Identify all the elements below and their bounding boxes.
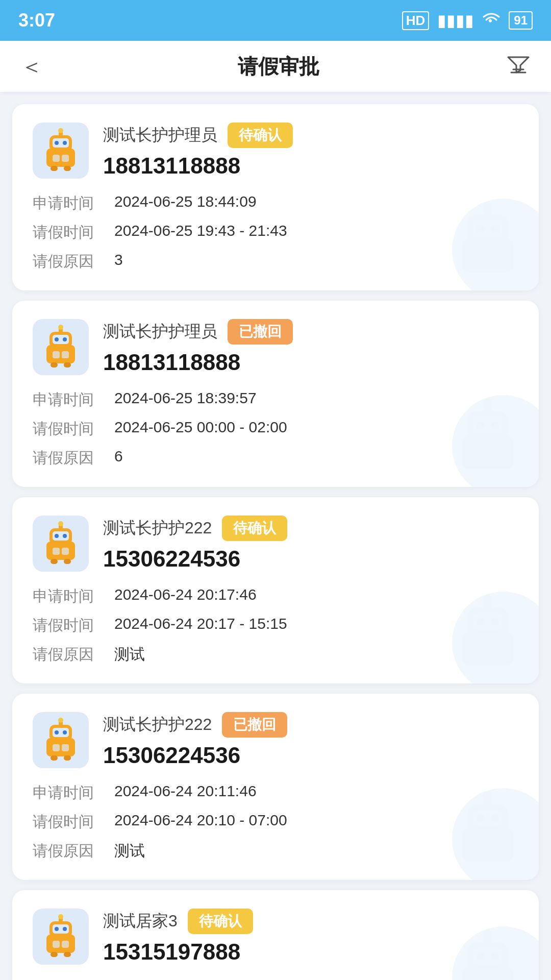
avatar <box>33 319 89 375</box>
name-row: 测试长护护222 待确认 <box>103 516 518 541</box>
status-badge: 待确认 <box>228 122 293 148</box>
svg-point-33 <box>58 325 63 330</box>
apply-time-label: 申请时间 <box>33 586 114 607</box>
card-header-info: 测试长护护理员 待确认 18813118888 <box>103 122 518 179</box>
apply-time-row: 申请时间 2024-06-24 20:11:46 <box>33 782 518 803</box>
leave-card-1[interactable]: 测试长护护理员 待确认 18813118888 申请时间 2024-06-25 … <box>12 104 539 290</box>
reason-value: 3 <box>114 251 518 268</box>
apply-time-label: 申请时间 <box>33 389 114 410</box>
svg-rect-54 <box>51 559 58 564</box>
card-header-info: 测试居家3 待确认 15315197888 <box>103 909 518 965</box>
signal-icon: ▮▮▮▮ <box>437 11 474 30</box>
svg-rect-91 <box>64 952 71 957</box>
leave-time-label: 请假时间 <box>33 222 114 243</box>
nurse-name: 测试长护护理员 <box>103 124 217 146</box>
leave-time-label: 请假时间 <box>33 615 114 636</box>
apply-time-row: 申请时间 2024-06-25 18:39:57 <box>33 389 518 410</box>
svg-rect-17 <box>62 155 69 162</box>
nurse-name: 测试长护护222 <box>103 517 212 540</box>
leave-card-4[interactable]: 测试长护护222 已撤回 15306224536 申请时间 2024-06-24… <box>12 694 539 880</box>
leave-time-label: 请假时间 <box>33 419 114 439</box>
card-header: 测试长护护理员 已撤回 18813118888 <box>33 319 518 375</box>
leave-time-value: 2024-06-24 20:10 - 07:00 <box>114 812 518 829</box>
status-time: 3:07 <box>18 10 55 31</box>
reason-value: 测试 <box>114 644 518 665</box>
avatar <box>33 712 89 768</box>
svg-rect-37 <box>64 362 71 368</box>
name-row: 测试长护护理员 待确认 <box>103 122 518 148</box>
card-header: 测试居家3 待确认 15315197888 <box>33 909 518 965</box>
leave-time-value: 2024-06-25 19:43 - 21:43 <box>114 222 518 239</box>
apply-time-label: 申请时间 <box>33 193 114 214</box>
card-watermark <box>447 398 529 482</box>
svg-point-13 <box>63 141 67 145</box>
svg-point-66 <box>55 730 59 734</box>
card-watermark <box>447 791 529 875</box>
card-header: 测试长护护222 待确认 15306224536 <box>33 516 518 572</box>
svg-rect-19 <box>64 166 71 171</box>
nurse-name: 测试长护护222 <box>103 714 212 736</box>
reason-label: 请假原因 <box>33 251 114 272</box>
svg-point-85 <box>63 927 67 931</box>
leave-card-5[interactable]: 测试居家3 待确认 15315197888 申请时间 2024-06-24 19… <box>12 890 539 980</box>
apply-time-value: 2024-06-25 18:44:09 <box>114 193 518 210</box>
avatar <box>33 909 89 965</box>
svg-rect-16 <box>53 155 60 162</box>
status-badge: 待确认 <box>188 909 253 934</box>
reason-label: 请假原因 <box>33 448 114 469</box>
svg-rect-72 <box>51 755 58 761</box>
svg-rect-36 <box>51 362 58 368</box>
svg-rect-70 <box>53 744 60 751</box>
svg-rect-74 <box>462 967 514 980</box>
card-header-info: 测试长护护理员 已撤回 18813118888 <box>103 319 518 375</box>
filter-button[interactable] <box>506 53 531 80</box>
svg-rect-89 <box>62 941 69 948</box>
leave-time-value: 2024-06-24 20:17 - 15:15 <box>114 615 518 632</box>
reason-value: 6 <box>114 448 518 465</box>
wifi-icon <box>482 11 500 30</box>
battery-icon: 91 <box>509 11 533 30</box>
card-watermark <box>447 595 529 678</box>
svg-rect-88 <box>53 941 60 948</box>
avatar <box>33 122 89 179</box>
svg-rect-73 <box>64 755 71 761</box>
leave-time-row: 请假时间 2024-06-24 20:10 - 07:00 <box>33 812 518 832</box>
svg-point-67 <box>63 730 67 734</box>
name-row: 测试居家3 待确认 <box>103 909 518 934</box>
card-header-info: 测试长护护222 已撤回 15306224536 <box>103 712 518 768</box>
svg-rect-71 <box>62 744 69 751</box>
apply-time-value: 2024-06-24 20:11:46 <box>114 782 518 800</box>
card-header: 测试长护护222 已撤回 15306224536 <box>33 712 518 768</box>
header: ＜ 请假审批 <box>0 41 551 92</box>
svg-point-49 <box>63 534 67 538</box>
svg-point-15 <box>58 128 63 133</box>
leave-list: 测试长护护理员 待确认 18813118888 申请时间 2024-06-25 … <box>0 92 551 980</box>
card-watermark <box>447 202 529 285</box>
phone-number: 15306224536 <box>103 546 240 571</box>
apply-time-row: 申请时间 2024-06-24 20:17:46 <box>33 586 518 607</box>
reason-label: 请假原因 <box>33 644 114 665</box>
leave-time-label: 请假时间 <box>33 812 114 832</box>
name-row: 测试长护护理员 已撤回 <box>103 319 518 345</box>
reason-row: 请假原因 测试 <box>33 841 518 862</box>
reason-value: 测试 <box>114 841 518 862</box>
back-button[interactable]: ＜ <box>20 47 51 86</box>
card-header: 测试长护护理员 待确认 18813118888 <box>33 122 518 179</box>
reason-label: 请假原因 <box>33 841 114 862</box>
leave-card-2[interactable]: 测试长护护理员 已撤回 18813118888 申请时间 2024-06-25 … <box>12 301 539 487</box>
svg-rect-35 <box>62 351 69 358</box>
reason-row: 请假原因 3 <box>33 251 518 272</box>
status-bar: 3:07 HD ▮▮▮▮ 91 <box>0 0 551 41</box>
svg-point-51 <box>58 521 63 526</box>
phone-number: 15306224536 <box>103 743 240 768</box>
phone-number: 18813118888 <box>103 350 240 375</box>
svg-point-84 <box>55 927 59 931</box>
status-badge: 已撤回 <box>228 319 293 345</box>
reason-row: 请假原因 测试 <box>33 644 518 665</box>
avatar <box>33 516 89 572</box>
leave-card-3[interactable]: 测试长护护222 待确认 15306224536 申请时间 2024-06-24… <box>12 497 539 683</box>
svg-rect-90 <box>51 952 58 957</box>
apply-time-row: 申请时间 2024-06-25 18:44:09 <box>33 193 518 214</box>
svg-rect-55 <box>64 559 71 564</box>
phone-number: 15315197888 <box>103 939 240 964</box>
